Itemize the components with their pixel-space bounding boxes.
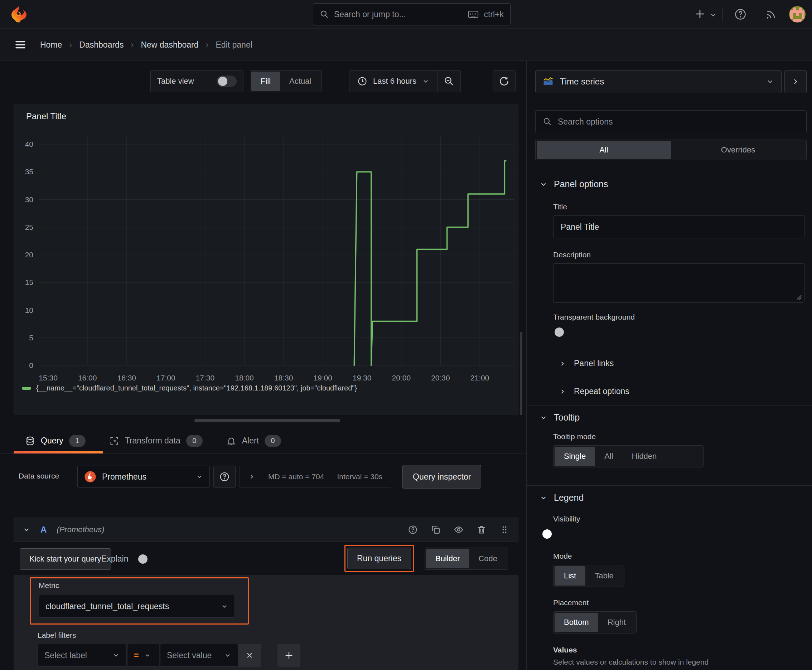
search-options-input[interactable]: Search options xyxy=(535,110,807,133)
zoom-out-button[interactable] xyxy=(437,71,460,92)
section-divider xyxy=(553,381,805,381)
metric-value: cloudflared_tunnel_total_requests xyxy=(46,602,215,611)
chevron-down-icon xyxy=(224,652,231,659)
legend-mode-segmented: List Table xyxy=(553,565,624,587)
tooltip-section-header[interactable]: Tooltip xyxy=(539,412,580,423)
new-menu-chevron[interactable] xyxy=(710,12,717,19)
panel-resize-handle[interactable] xyxy=(194,419,340,422)
table-view-toggle[interactable] xyxy=(217,76,237,87)
query-datasource-hint: (Prometheus) xyxy=(57,525,104,535)
svg-text:15:30: 15:30 xyxy=(39,374,58,382)
breadcrumb-home[interactable]: Home xyxy=(40,40,62,50)
query-row-header[interactable]: A (Prometheus) xyxy=(14,518,519,542)
tooltip-hidden-option[interactable]: Hidden xyxy=(622,447,666,466)
grafana-logo-icon[interactable] xyxy=(9,5,28,24)
breadcrumb-new-dashboard[interactable]: New dashboard xyxy=(141,40,198,50)
panel-title-input[interactable] xyxy=(553,215,805,239)
builder-option[interactable]: Builder xyxy=(426,549,469,568)
remove-filter-button[interactable] xyxy=(238,644,261,667)
delete-query-button[interactable] xyxy=(476,524,487,535)
search-icon xyxy=(320,10,329,19)
tooltip-heading: Tooltip xyxy=(554,412,580,423)
actual-option[interactable]: Actual xyxy=(280,71,320,91)
placement-right-option[interactable]: Right xyxy=(598,613,635,632)
add-filter-button[interactable] xyxy=(278,644,300,667)
time-range-picker[interactable]: Last 6 hours xyxy=(349,76,437,86)
repeat-options-section-header[interactable]: Repeat options xyxy=(559,387,629,396)
help-icon xyxy=(219,471,230,482)
trash-icon xyxy=(476,524,487,535)
global-search-input[interactable]: Search or jump to... ctrl+k xyxy=(313,3,510,25)
query-ref-id: A xyxy=(41,524,47,535)
panel-options-section-header[interactable]: Panel options xyxy=(539,179,608,189)
select-label-dropdown[interactable]: Select label xyxy=(37,644,126,667)
legend-series-label: {__name__="cloudflared_tunnel_total_requ… xyxy=(36,384,357,392)
query-inspector-button[interactable]: Query inspector xyxy=(402,465,481,489)
chart-legend[interactable]: {__name__="cloudflared_tunnel_total_requ… xyxy=(22,384,357,392)
datasource-picker[interactable]: Prometheus xyxy=(77,465,210,488)
mega-menu-button[interactable] xyxy=(14,39,27,51)
all-overrides-segmented: All Overrides xyxy=(535,140,807,160)
legend-placement-segmented: Bottom Right xyxy=(553,611,637,633)
query-help-button[interactable] xyxy=(408,524,418,535)
content-scrollbar[interactable] xyxy=(520,332,522,415)
grafana-edit-panel-page: Search or jump to... ctrl+k xyxy=(0,0,812,670)
time-range-label: Last 6 hours xyxy=(373,76,416,86)
breadcrumb-dashboards[interactable]: Dashboards xyxy=(79,40,124,50)
metric-select[interactable]: cloudflared_tunnel_total_requests xyxy=(39,595,235,618)
tab-query[interactable]: Query 1 xyxy=(25,428,86,453)
legend-table-option[interactable]: Table xyxy=(585,566,623,585)
legend-values-hint: Select values or calculations to show in… xyxy=(553,658,800,667)
new-dashboard-button[interactable] xyxy=(694,8,706,20)
operator-dropdown[interactable]: = xyxy=(127,644,159,667)
table-view-control: Table view xyxy=(150,70,244,92)
interval: Interval = 30s xyxy=(337,472,382,481)
run-queries-button[interactable]: Run queries xyxy=(347,548,411,569)
description-textarea[interactable] xyxy=(553,264,805,303)
visualization-picker[interactable]: Time series xyxy=(535,70,781,93)
breadcrumb-separator: › xyxy=(206,40,209,50)
select-value-dropdown[interactable]: Select value xyxy=(160,644,238,667)
options-tab-overrides[interactable]: Overrides xyxy=(671,141,805,159)
legend-section-header[interactable]: Legend xyxy=(539,492,583,503)
tab-alert[interactable]: Alert 0 xyxy=(226,428,281,453)
svg-text:19:00: 19:00 xyxy=(313,374,332,382)
legend-placement-label: Placement xyxy=(553,599,588,607)
fill-option[interactable]: Fill xyxy=(251,71,280,91)
prometheus-icon xyxy=(84,470,96,483)
drag-query-handle[interactable] xyxy=(500,524,509,535)
datasource-help-button[interactable] xyxy=(214,465,236,488)
duplicate-query-button[interactable] xyxy=(431,524,441,535)
time-series-chart: 051015202530354015:3016:0016:3017:0017:3… xyxy=(14,104,518,415)
tab-transform-data[interactable]: Transform data 0 xyxy=(109,428,203,453)
chevron-down-icon xyxy=(766,78,774,86)
placement-bottom-option[interactable]: Bottom xyxy=(554,613,598,632)
tab-transform-label: Transform data xyxy=(125,436,180,446)
legend-list-option[interactable]: List xyxy=(554,566,585,585)
query-options-summary[interactable]: MD = auto = 704 Interval = 30s xyxy=(239,465,391,488)
code-option[interactable]: Code xyxy=(469,549,507,568)
news-button[interactable] xyxy=(765,8,777,21)
chevron-down-icon xyxy=(539,494,548,502)
search-options-placeholder: Search options xyxy=(558,117,613,127)
run-queries-annotation: Run queries xyxy=(344,545,414,572)
user-avatar[interactable] xyxy=(789,6,805,22)
svg-text:20:30: 20:30 xyxy=(431,374,450,382)
refresh-button[interactable] xyxy=(493,70,515,92)
help-button[interactable] xyxy=(734,8,747,21)
search-icon xyxy=(543,117,552,126)
panel-links-section-header[interactable]: Panel links xyxy=(559,359,614,368)
tooltip-all-option[interactable]: All xyxy=(595,447,622,466)
chevron-down-icon xyxy=(196,473,203,481)
transparent-background-label: Transparent background xyxy=(553,313,635,321)
kick-start-query-button[interactable]: Kick start your query xyxy=(20,548,111,570)
legend-mode-label: Mode xyxy=(553,552,572,560)
breadcrumb-separator: › xyxy=(69,40,72,50)
hide-query-button[interactable] xyxy=(454,524,464,535)
svg-text:10: 10 xyxy=(25,306,33,314)
max-data-points: MD = auto = 704 xyxy=(268,472,324,481)
query-builder-card: Metric cloudflared_tunnel_total_requests… xyxy=(14,575,519,670)
tooltip-single-option[interactable]: Single xyxy=(554,447,595,466)
collapse-options-pane-button[interactable] xyxy=(785,70,807,93)
options-tab-all[interactable]: All xyxy=(537,141,671,159)
